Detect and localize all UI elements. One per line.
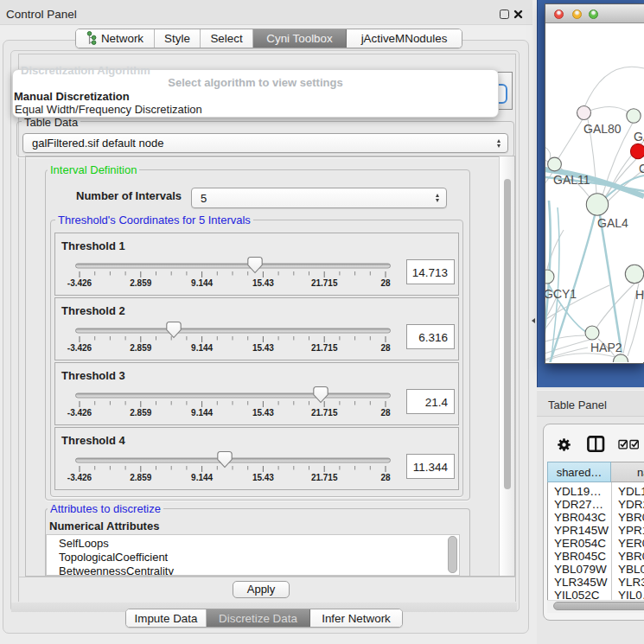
svg-text:9.144: 9.144 (191, 408, 213, 418)
svg-text:28: 28 (380, 408, 391, 418)
svg-text:-3.426: -3.426 (67, 473, 92, 482)
svg-text:15.43: 15.43 (252, 343, 274, 353)
svg-text:15.43: 15.43 (252, 408, 274, 418)
svg-text:2.859: 2.859 (130, 343, 151, 353)
svg-text:21.715: 21.715 (311, 278, 338, 288)
svg-text:GA: GA (634, 130, 644, 143)
svg-text:28: 28 (380, 278, 391, 288)
svg-text:-3.426: -3.426 (67, 408, 92, 418)
svg-text:2.859: 2.859 (130, 408, 151, 418)
svg-text:28: 28 (380, 343, 391, 353)
svg-text:C: C (639, 162, 644, 175)
svg-text:GAL80: GAL80 (583, 122, 622, 136)
svg-text:15.43: 15.43 (252, 473, 274, 482)
svg-text:15.43: 15.43 (252, 278, 274, 288)
svg-text:9.144: 9.144 (191, 343, 213, 353)
svg-text:HAP2: HAP2 (590, 341, 622, 354)
svg-text:28: 28 (380, 473, 391, 482)
svg-text:21.715: 21.715 (311, 408, 338, 418)
svg-text:9.144: 9.144 (191, 473, 213, 482)
svg-text:21.715: 21.715 (311, 343, 338, 353)
svg-text:GAL4: GAL4 (597, 216, 628, 230)
svg-text:2.859: 2.859 (130, 278, 151, 288)
svg-text:GAL11: GAL11 (553, 173, 590, 187)
svg-text:9.144: 9.144 (191, 278, 213, 288)
svg-text:2.859: 2.859 (130, 473, 151, 482)
svg-text:21.715: 21.715 (311, 473, 338, 482)
svg-text:GCY1: GCY1 (545, 287, 577, 301)
svg-text:H: H (635, 288, 644, 302)
svg-text:-3.426: -3.426 (67, 278, 92, 288)
svg-text:-3.426: -3.426 (67, 343, 92, 353)
